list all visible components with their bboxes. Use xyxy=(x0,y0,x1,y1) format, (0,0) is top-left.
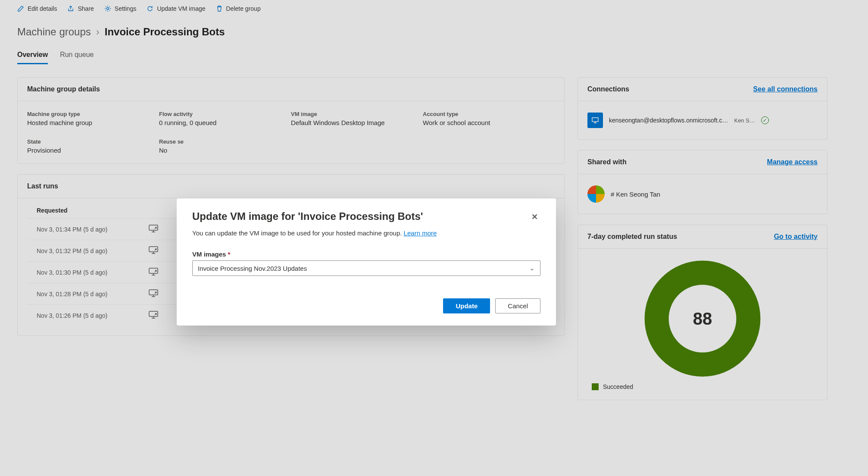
vm-image-select[interactable]: Invoice Processing Nov.2023 Updates ⌄ xyxy=(192,260,540,276)
close-icon[interactable]: ✕ xyxy=(529,210,540,223)
modal-description: You can update the VM image to be used f… xyxy=(192,229,404,237)
detail-label: State xyxy=(27,138,159,145)
svg-rect-7 xyxy=(587,185,596,194)
last-runs-title: Last runs xyxy=(27,182,58,190)
settings-label: Settings xyxy=(115,5,137,12)
share-button[interactable]: Share xyxy=(67,5,94,12)
svg-point-0 xyxy=(106,8,109,10)
edit-details-button[interactable]: Edit details xyxy=(17,5,57,12)
delete-group-button[interactable]: Delete group xyxy=(216,5,261,12)
tabs: Overview Run queue xyxy=(0,42,868,64)
run-requested: Nov 3, 01:28 PM (5 d ago) xyxy=(37,291,149,298)
required-indicator: * xyxy=(228,251,231,258)
donut-total: 88 xyxy=(642,258,763,379)
connection-name: Ken S… xyxy=(734,117,755,124)
update-button[interactable]: Update xyxy=(443,298,490,313)
detail-item: Machine group typeHosted machine group xyxy=(27,111,159,126)
chevron-down-icon: ⌄ xyxy=(529,264,535,272)
avatar xyxy=(587,185,605,203)
detail-item: Account typeWork or school account xyxy=(423,111,555,126)
detail-value: Provisioned xyxy=(27,147,159,154)
update-vm-label: Update VM image xyxy=(157,5,205,12)
donut-chart: 88 xyxy=(642,258,763,379)
command-bar: Edit details Share Settings Update VM im… xyxy=(0,0,868,17)
svg-rect-10 xyxy=(596,194,605,203)
detail-label: Flow activity xyxy=(159,111,291,117)
detail-item: VM imageDefault Windows Desktop Image xyxy=(291,111,423,126)
detail-item: Reuse seNo xyxy=(159,138,291,154)
refresh-icon xyxy=(147,5,153,12)
run-requested: Nov 3, 01:34 PM (5 d ago) xyxy=(37,226,149,233)
desktop-icon xyxy=(587,113,603,128)
run-status-title: 7-day completed run status xyxy=(587,233,677,241)
shared-with-title: Shared with xyxy=(587,158,627,166)
update-vm-button[interactable]: Update VM image xyxy=(147,5,205,12)
detail-label: Account type xyxy=(423,111,555,117)
run-requested: Nov 3, 01:32 PM (5 d ago) xyxy=(37,247,149,254)
update-vm-modal: Update VM image for 'Invoice Processing … xyxy=(177,198,556,326)
detail-value: 0 running, 0 queued xyxy=(159,119,291,126)
svg-rect-9 xyxy=(587,194,596,203)
detail-value: No xyxy=(159,147,291,154)
detail-item: StateProvisioned xyxy=(27,138,159,154)
gear-icon xyxy=(104,5,111,12)
manage-access-link[interactable]: Manage access xyxy=(767,158,818,166)
run-status-card: 7-day completed run status Go to activit… xyxy=(578,225,827,400)
shared-with-card: Shared with Manage access # Ken Seong Ta… xyxy=(578,150,827,214)
trash-icon xyxy=(216,5,223,12)
legend-label: Succeeded xyxy=(603,383,633,390)
details-card-title: Machine group details xyxy=(18,78,564,101)
details-card: Machine group details Machine group type… xyxy=(17,77,565,164)
pencil-icon xyxy=(17,5,24,12)
breadcrumb-current: Invoice Processing Bots xyxy=(105,26,225,38)
col-requested: Requested xyxy=(37,207,149,214)
delete-label: Delete group xyxy=(226,5,261,12)
svg-rect-6 xyxy=(592,118,598,122)
detail-value: Default Windows Desktop Image xyxy=(291,119,423,126)
run-requested: Nov 3, 01:26 PM (5 d ago) xyxy=(37,312,149,319)
share-icon xyxy=(67,5,74,12)
svg-rect-8 xyxy=(596,185,605,194)
see-all-connections-link[interactable]: See all connections xyxy=(753,85,818,93)
tab-run-queue[interactable]: Run queue xyxy=(60,51,94,64)
cancel-button[interactable]: Cancel xyxy=(495,298,540,313)
chevron-right-icon: › xyxy=(96,26,100,38)
detail-value: Work or school account xyxy=(423,119,555,126)
legend-swatch-succeeded xyxy=(592,383,599,390)
run-requested: Nov 3, 01:30 PM (5 d ago) xyxy=(37,269,149,276)
detail-label: VM image xyxy=(291,111,423,117)
connection-email: kenseongtan@desktopflows.onmicrosoft.c… xyxy=(609,117,728,124)
vm-images-label: VM images xyxy=(192,251,226,258)
detail-label: Machine group type xyxy=(27,111,159,117)
breadcrumb: Machine groups › Invoice Processing Bots xyxy=(0,17,868,42)
connections-card: Connections See all connections kenseong… xyxy=(578,77,827,140)
select-value: Invoice Processing Nov.2023 Updates xyxy=(198,265,307,272)
share-label: Share xyxy=(78,5,94,12)
learn-more-link[interactable]: Learn more xyxy=(404,229,437,237)
go-to-activity-link[interactable]: Go to activity xyxy=(774,233,818,241)
detail-label: Reuse se xyxy=(159,138,291,145)
settings-button[interactable]: Settings xyxy=(104,5,137,12)
detail-value: Hosted machine group xyxy=(27,119,159,126)
checkmark-icon: ✓ xyxy=(761,116,769,124)
tab-overview[interactable]: Overview xyxy=(17,51,48,64)
shared-user-name: # Ken Seong Tan xyxy=(611,191,660,198)
edit-label: Edit details xyxy=(28,5,57,12)
breadcrumb-root[interactable]: Machine groups xyxy=(17,26,91,38)
modal-title: Update VM image for 'Invoice Processing … xyxy=(192,210,423,222)
detail-item: Flow activity0 running, 0 queued xyxy=(159,111,291,126)
connections-title: Connections xyxy=(587,85,629,93)
